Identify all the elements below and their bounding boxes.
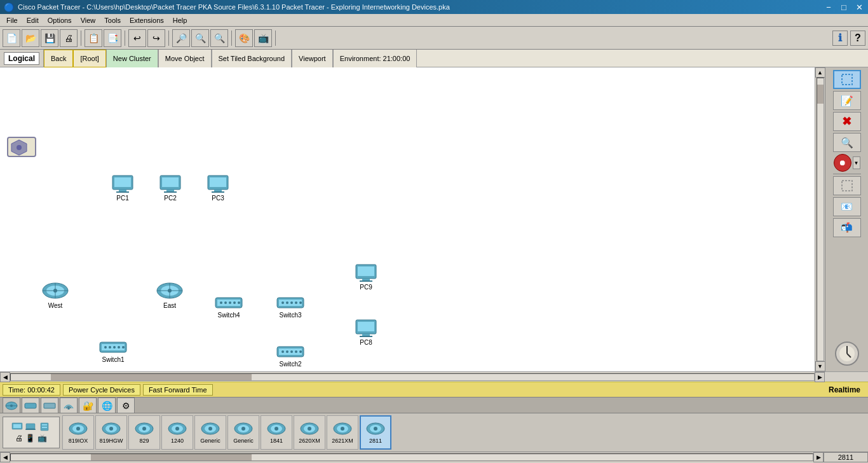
menu-extensions[interactable]: Extensions — [126, 15, 168, 25]
device-PC1[interactable]: PC1 — [111, 174, 134, 202]
scroll-right-button[interactable]: ▶ — [815, 372, 825, 382]
custom-device-button[interactable]: 📺 — [254, 29, 272, 47]
select-tool-button[interactable] — [833, 70, 861, 89]
select2-tool-button[interactable] — [833, 176, 861, 195]
device-829[interactable]: 829 — [128, 415, 160, 450]
record-button[interactable]: ⏺ — [834, 154, 851, 172]
zoom-custom-button[interactable]: 🔍 — [191, 29, 209, 47]
zoom-tool-button[interactable]: 🔍 — [833, 133, 861, 152]
new-cluster-button[interactable]: New Cluster — [106, 50, 158, 67]
device-1841[interactable]: 1841 — [261, 415, 292, 450]
device-label-PC3: PC3 — [212, 195, 224, 202]
device-PC9[interactable]: PC9 — [355, 263, 377, 291]
hub-category-tab[interactable] — [41, 397, 58, 413]
router-category-tab[interactable] — [3, 397, 20, 413]
scroll-left-button[interactable]: ◀ — [0, 372, 10, 382]
delete-tool-button[interactable]: ✖ — [833, 112, 861, 131]
scroll-down-button[interactable]: ▼ — [815, 361, 825, 371]
scroll-thumb-horizontal[interactable] — [51, 374, 252, 380]
device-1240[interactable]: 1240 — [161, 415, 193, 450]
environment-button[interactable]: Environment: 21:00:00 — [333, 50, 417, 67]
menu-file[interactable]: File — [3, 15, 22, 25]
minimize-button[interactable]: − — [824, 3, 834, 12]
device-panel-scrollbar[interactable]: ◀ ▶ 2811 — [0, 452, 868, 462]
copy-button[interactable]: 📑 — [104, 29, 121, 47]
menu-options[interactable]: Options — [44, 15, 76, 25]
zoom-in-button[interactable]: 🔎 — [172, 29, 190, 47]
move-object-button[interactable]: Move Object — [158, 50, 212, 67]
viewport-button[interactable]: Viewport — [292, 50, 333, 67]
horizontal-scrollbar[interactable]: ◀ ▶ — [0, 371, 868, 382]
device-PC3[interactable]: PC3 — [207, 174, 229, 202]
device-scroll-track[interactable] — [10, 453, 813, 461]
svg-point-25 — [224, 301, 227, 304]
device-Switch3[interactable]: Switch3 — [276, 295, 304, 319]
root-button[interactable]: [Root] — [73, 50, 105, 67]
printer-type-icon[interactable]: 🖨 — [15, 434, 23, 443]
phone-type-icon[interactable]: 📱 — [25, 434, 35, 443]
device-Generic2[interactable]: Generic — [227, 415, 259, 450]
switch-category-tab[interactable] — [22, 397, 39, 413]
device-East[interactable]: East — [156, 280, 184, 309]
device-Switch1[interactable]: Switch1 — [99, 340, 127, 363]
send-pdu-button[interactable]: 📧 — [833, 197, 861, 216]
realtime-toggle[interactable] — [833, 340, 861, 369]
menu-view[interactable]: View — [77, 15, 100, 25]
realtime-label: Realtime — [829, 385, 860, 394]
device-PC8[interactable]: PC8 — [355, 319, 377, 346]
device-Generic1[interactable]: Generic — [194, 415, 226, 450]
scroll-thumb-vertical[interactable] — [817, 85, 824, 104]
device-2620XM[interactable]: 2620XM — [294, 415, 325, 450]
redo-button[interactable]: ↪ — [147, 29, 165, 47]
device-2620XM-label: 2620XM — [299, 438, 320, 444]
scroll-up-button[interactable]: ▲ — [815, 67, 825, 78]
device-2621XM[interactable]: 2621XM — [327, 415, 358, 450]
scroll-track-vertical[interactable] — [817, 78, 824, 361]
device-2811[interactable]: 2811 — [360, 415, 391, 450]
device-scroll-right[interactable]: ▶ — [813, 452, 824, 462]
menu-edit[interactable]: Edit — [23, 15, 43, 25]
pc-type-icon[interactable] — [11, 422, 23, 432]
svg-rect-2 — [119, 190, 126, 191]
tv-type-icon[interactable]: 📺 — [37, 434, 47, 443]
undo-button[interactable]: ↩ — [128, 29, 146, 47]
scroll-track-horizontal[interactable] — [10, 373, 815, 381]
logical-icon[interactable] — [6, 131, 37, 163]
device-scroll-thumb[interactable] — [91, 454, 251, 460]
open-button[interactable]: 📂 — [22, 29, 39, 47]
save-button[interactable]: 💾 — [41, 29, 58, 47]
set-tiled-background-button[interactable]: Set Tiled Background — [212, 50, 292, 67]
server-type-icon[interactable] — [39, 422, 51, 432]
print-button[interactable]: 🖨 — [60, 29, 78, 47]
record-dropdown[interactable]: ▼ — [853, 156, 860, 169]
help-button[interactable]: ? — [850, 31, 865, 46]
close-button[interactable]: ✕ — [854, 3, 864, 12]
new-button[interactable]: 📄 — [3, 29, 20, 47]
wan-category-tab[interactable]: 🌐 — [98, 397, 116, 413]
back-button[interactable]: Back — [44, 50, 73, 67]
device-Switch4[interactable]: Switch4 — [215, 295, 243, 319]
zoom-out-button[interactable]: 🔍 — [210, 29, 228, 47]
menu-help[interactable]: Help — [169, 15, 191, 25]
receive-pdu-button[interactable]: 📬 — [833, 218, 861, 237]
security-category-tab[interactable]: 🔐 — [79, 397, 97, 413]
activity-wizard-button[interactable]: 📋 — [85, 29, 102, 47]
custom-category-tab[interactable]: ⚙ — [117, 397, 135, 413]
laptop-type-icon[interactable] — [25, 422, 37, 432]
maximize-button[interactable]: □ — [839, 3, 849, 12]
palette-button[interactable]: 🎨 — [235, 29, 253, 47]
menu-tools[interactable]: Tools — [100, 15, 125, 25]
power-cycle-button[interactable]: Power Cycle Devices — [63, 384, 140, 396]
device-Switch2[interactable]: Switch2 — [276, 344, 304, 368]
fast-forward-button[interactable]: Fast Forward Time — [143, 384, 213, 396]
wireless-category-tab[interactable] — [60, 397, 78, 413]
device-819HGW[interactable]: 819HGW — [95, 415, 127, 450]
device-West[interactable]: West — [41, 280, 69, 309]
note-tool-button[interactable]: 📝 — [833, 91, 861, 110]
vertical-scrollbar[interactable]: ▲ ▼ — [815, 67, 825, 371]
network-canvas[interactable]: PC1 PC2 — [0, 67, 815, 371]
info-button[interactable]: ℹ — [832, 31, 848, 46]
device-scroll-left[interactable]: ◀ — [0, 452, 10, 462]
device-819IOX[interactable]: 819IOX — [62, 415, 94, 450]
device-PC2[interactable]: PC2 — [159, 174, 182, 202]
